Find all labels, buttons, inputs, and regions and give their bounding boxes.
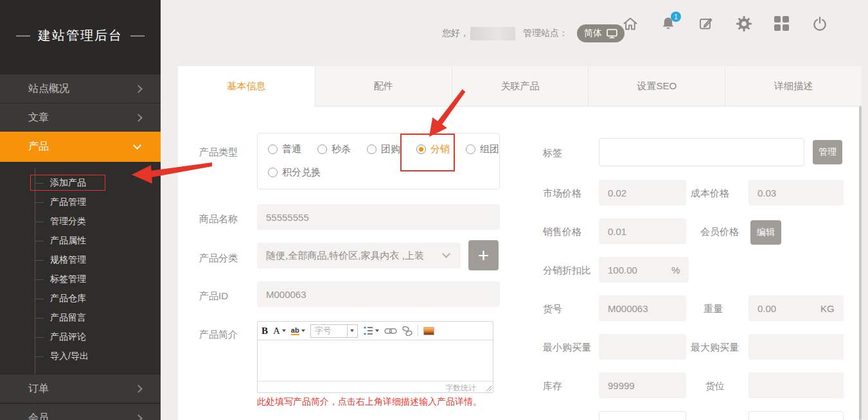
edit-member-price-button[interactable]: 编辑 (750, 220, 781, 245)
extra-input-left[interactable] (599, 411, 686, 420)
location-input[interactable] (748, 372, 844, 398)
submenu-product-manage[interactable]: 产品管理 (0, 193, 161, 212)
submenu-product-reviews[interactable]: 产品评论 (0, 328, 161, 347)
product-category-label: 产品分类 (199, 252, 238, 265)
sidebar-item-articles[interactable]: 文章 (0, 103, 161, 132)
weight-label: 重量 (704, 303, 723, 315)
radio-icon (268, 144, 278, 154)
radio-icon (268, 168, 278, 177)
chevron-right-icon (134, 414, 143, 420)
submenu-add-product[interactable]: 添加产品 (0, 173, 161, 193)
item-number-input[interactable] (599, 295, 686, 321)
radio-icon (367, 144, 376, 154)
unlink-icon[interactable] (402, 326, 412, 336)
tab-related-products[interactable]: 关联产品 (452, 66, 589, 107)
sale-price-input[interactable] (599, 218, 686, 244)
sidebar-item-members[interactable]: 会员 (0, 403, 161, 420)
radio-points-exchange[interactable]: 积分兑换 (268, 166, 499, 179)
sidebar-item-orders[interactable]: 订单 (0, 374, 161, 403)
radio-flash-sale[interactable]: 秒杀 (317, 143, 351, 155)
submenu-tag-manage[interactable]: 标签管理 (0, 270, 161, 289)
notification-badge: 1 (671, 12, 681, 22)
editor-status-bar: 字数统计 (258, 381, 493, 392)
stock-label: 库存 (543, 380, 562, 392)
item-number-label: 货号 (543, 303, 562, 315)
tab-accessories[interactable]: 配件 (315, 66, 452, 107)
highlight-icon[interactable]: ab (291, 326, 305, 335)
resize-handle-icon[interactable] (485, 385, 492, 391)
intro-hint-text: 此处填写产品简介，点击右上角详细描述输入产品详情。 (257, 396, 482, 408)
manage-tags-button[interactable]: 管理 (813, 140, 842, 164)
tags-input[interactable] (599, 138, 804, 166)
product-name-input[interactable] (257, 204, 500, 230)
app-title-text: 建站管理后台 (38, 27, 123, 44)
submenu-import-export[interactable]: 导入/导出 (0, 347, 161, 366)
chevron-down-icon (442, 250, 450, 258)
radio-group-buy[interactable]: 团购 (367, 143, 400, 155)
tab-basic-info[interactable]: 基本信息 (178, 66, 315, 107)
bell-icon[interactable]: 1 (660, 15, 677, 32)
radio-distribution[interactable]: 分销 (416, 143, 450, 155)
line-height-icon[interactable] (363, 326, 379, 336)
tab-seo-settings[interactable]: 设置SEO (588, 66, 725, 107)
toolbar-separator (418, 325, 418, 337)
product-id-input[interactable] (257, 281, 500, 307)
radio-icon (317, 144, 327, 154)
member-price-label: 会员价格 (700, 226, 739, 238)
stock-input[interactable] (599, 372, 686, 398)
add-category-button[interactable]: + (468, 240, 499, 270)
app-title: 建站管理后台 (0, 27, 161, 44)
content-panel: 基本信息 配件 关联产品 设置SEO 详细描述 产品类型 普通 秒杀 团购 分销… (178, 66, 862, 420)
cost-price-input[interactable] (748, 180, 844, 206)
monitor-icon (607, 29, 617, 39)
percent-unit: % (671, 265, 680, 276)
radio-group-team[interactable]: 组团 (466, 143, 499, 155)
home-icon[interactable] (622, 15, 639, 32)
tab-bar: 基本信息 配件 关联产品 设置SEO 详细描述 (178, 66, 862, 107)
submenu-product-messages[interactable]: 产品留言 (0, 308, 161, 328)
sidebar-item-label: 站点概况 (28, 82, 69, 96)
submenu-product-attrs[interactable]: 产品属性 (0, 231, 161, 250)
submenu-category-manage[interactable]: 管理分类 (0, 212, 161, 231)
link-icon[interactable] (384, 327, 397, 335)
power-icon[interactable] (811, 15, 828, 32)
product-name-label: 商品名称 (199, 213, 238, 225)
gear-icon[interactable] (736, 15, 752, 32)
category-select[interactable]: 随便,全部商品,特价区,家具内衣 ,上装 (257, 243, 461, 268)
sale-price-label: 销售价格 (543, 226, 581, 238)
max-purchase-input[interactable] (748, 334, 844, 360)
distribution-ratio-label: 分销折扣比 (543, 265, 591, 277)
radio-normal[interactable]: 普通 (268, 143, 301, 155)
sidebar-item-products[interactable]: 产品 (0, 132, 161, 162)
font-color-icon[interactable]: A (273, 326, 286, 337)
extra-input-right[interactable] (748, 411, 844, 420)
title-dash-right (130, 35, 145, 37)
manage-site-label: 管理站点： (523, 28, 568, 39)
chevron-right-icon (134, 85, 143, 93)
sidebar-item-label: 会员 (28, 412, 49, 420)
submenu-spec-manage[interactable]: 规格管理 (0, 250, 161, 270)
sidebar-item-site-overview[interactable]: 站点概况 (0, 74, 161, 103)
apps-grid-icon[interactable] (774, 15, 790, 32)
editor-body[interactable] (258, 340, 493, 381)
product-id-label: 产品ID (199, 290, 228, 302)
min-purchase-input[interactable] (599, 334, 686, 360)
market-price-input[interactable] (599, 180, 686, 206)
title-dash-left (16, 35, 30, 37)
tab-detail-desc[interactable]: 详细描述 (725, 66, 862, 107)
vertical-scrollbar[interactable] (859, 106, 862, 420)
product-type-group: 普通 秒杀 团购 分销 组团 积分兑换 (257, 133, 500, 189)
submenu-product-warehouse[interactable]: 产品仓库 (0, 289, 161, 308)
category-select-value: 随便,全部商品,特价区,家具内衣 ,上装 (266, 250, 424, 262)
insert-image-icon[interactable] (423, 327, 434, 335)
edit-icon[interactable] (698, 15, 714, 32)
user-name-redacted (470, 27, 515, 40)
chevron-down-icon (133, 141, 141, 150)
editor-toolbar: B A ab 字号 (258, 322, 493, 340)
cost-price-label: 成本价格 (691, 188, 729, 200)
bold-icon[interactable]: B (261, 326, 268, 337)
language-switch-button[interactable]: 简体 (577, 24, 624, 42)
greeting-text: 您好， (442, 28, 469, 39)
sidebar: 建站管理后台 站点概况 文章 产品 添加产品 产品管理 管理分类 产品属性 规格… (0, 0, 161, 420)
font-size-select[interactable]: 字号 (310, 324, 358, 338)
